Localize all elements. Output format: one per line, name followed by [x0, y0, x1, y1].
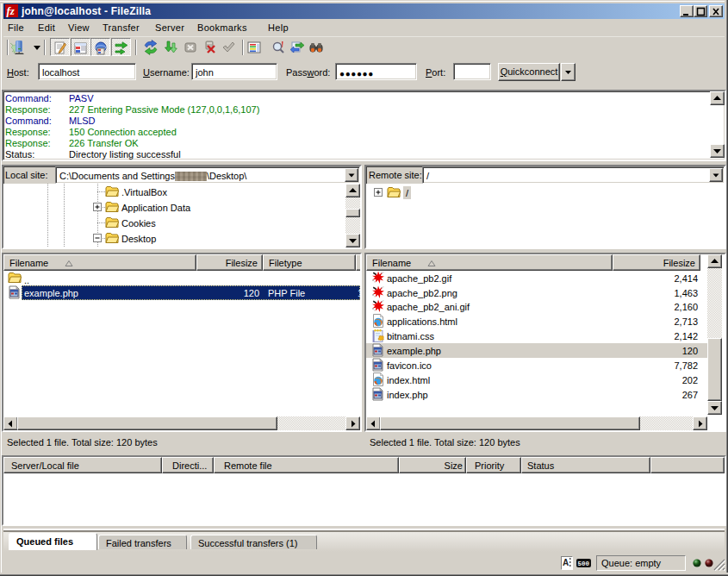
svg-text:fz: fz	[7, 5, 15, 17]
svg-text:500: 500	[578, 560, 590, 567]
svg-text:A: A	[563, 558, 569, 567]
